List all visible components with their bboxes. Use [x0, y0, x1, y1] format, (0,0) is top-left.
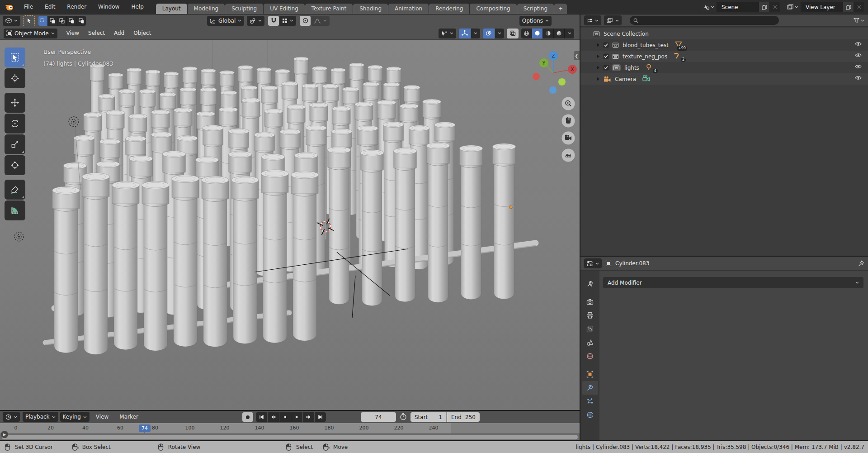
- proportional-editing-toggle[interactable]: [300, 16, 311, 26]
- tool-annotate-button[interactable]: [5, 180, 25, 200]
- hide-eye-icon[interactable]: [855, 53, 862, 57]
- show-overlays-toggle[interactable]: [483, 29, 495, 38]
- viewport-menu-view[interactable]: View: [62, 27, 84, 39]
- scene-new-copy-button[interactable]: [759, 2, 769, 12]
- workspace-tab-scripting[interactable]: Scripting: [517, 4, 554, 14]
- workspace-tab-sculpting[interactable]: Sculpting: [225, 4, 263, 14]
- visibility-eye-icon[interactable]: [855, 64, 862, 70]
- scene-unlink-button[interactable]: [769, 2, 780, 12]
- hide-eye-icon[interactable]: [855, 42, 862, 46]
- viewport-canvas[interactable]: ZYX User Perspective (74) lights | Cylin…: [0, 40, 580, 410]
- disclosure-triangle-icon[interactable]: [597, 66, 600, 70]
- timeline-menu-playback[interactable]: Playback: [23, 412, 58, 422]
- topbar-menu-help[interactable]: Help: [125, 0, 149, 14]
- sidebar-collapse-tab[interactable]: ❮: [574, 51, 580, 60]
- jump-to-start-button[interactable]: [256, 412, 267, 422]
- view-layer-selector[interactable]: View Layer: [785, 2, 864, 12]
- view-layer-remove-button[interactable]: [854, 2, 864, 12]
- shading-material-button[interactable]: [543, 29, 554, 38]
- properties-tab-output[interactable]: [582, 309, 598, 322]
- jump-to-end-button[interactable]: [315, 412, 326, 422]
- pivot-point-dropdown[interactable]: [247, 16, 264, 26]
- disclosure-triangle-icon[interactable]: [597, 54, 600, 58]
- topbar-menu-window[interactable]: Window: [92, 0, 125, 14]
- scene-icon[interactable]: [701, 2, 717, 12]
- properties-tab-object[interactable]: [582, 367, 598, 381]
- play-reverse-button[interactable]: [279, 412, 291, 422]
- outliner-row-lights[interactable]: lights4: [580, 62, 868, 73]
- object-visibility-dropdown[interactable]: [439, 29, 456, 38]
- properties-tab-particles[interactable]: [582, 395, 598, 408]
- topbar-menu-file[interactable]: File: [18, 0, 39, 14]
- topbar-menu-render[interactable]: Render: [61, 0, 92, 14]
- editor-type-timeline-button[interactable]: [3, 412, 20, 422]
- pin-icon[interactable]: [858, 260, 864, 267]
- visibility-eye-icon[interactable]: [855, 75, 862, 81]
- viewport-camera-button[interactable]: [562, 132, 575, 145]
- shading-solid-button[interactable]: [532, 29, 543, 38]
- active-tool-select-box-icon[interactable]: [23, 15, 35, 26]
- timeline-menu-keying[interactable]: Keying: [60, 412, 90, 422]
- tool-transform-button[interactable]: [5, 155, 25, 175]
- timeline-menu-view[interactable]: View: [91, 414, 113, 420]
- outliner-row-scene-collection[interactable]: Scene Collection: [580, 28, 868, 39]
- hide-eye-icon[interactable]: [855, 64, 862, 69]
- current-frame-badge[interactable]: 74: [139, 424, 151, 432]
- view-layer-icon[interactable]: [785, 2, 801, 12]
- checkbox-icon[interactable]: [603, 65, 609, 71]
- transform-orientation-dropdown[interactable]: Global: [207, 16, 244, 26]
- outliner-row-blood-tubes-test[interactable]: blood_tubes_test+99: [580, 39, 868, 51]
- scene-name[interactable]: Scene: [717, 4, 759, 10]
- viewport-ortho-grid-button[interactable]: [562, 149, 575, 162]
- viewport-menu-object[interactable]: Object: [129, 27, 156, 39]
- editor-type-outliner-button[interactable]: [584, 15, 601, 25]
- blender-logo-icon[interactable]: [0, 3, 18, 11]
- tool-measure-button[interactable]: [5, 200, 25, 220]
- hide-eye-icon[interactable]: [855, 76, 862, 80]
- workspace-tab-shading[interactable]: Shading: [353, 4, 388, 14]
- properties-tab-tool[interactable]: [582, 277, 598, 291]
- visibility-eye-icon[interactable]: [855, 41, 862, 48]
- snap-settings-dropdown[interactable]: [279, 16, 296, 26]
- editor-type-properties-button[interactable]: [584, 258, 602, 268]
- shading-wireframe-button[interactable]: [521, 29, 532, 38]
- outliner-search-input[interactable]: [630, 16, 779, 25]
- checkbox-icon[interactable]: [603, 53, 609, 59]
- select-mode-subtract-button[interactable]: [57, 16, 67, 26]
- timeline-scrollbar[interactable]: [2, 435, 578, 439]
- workspace-tab-animation[interactable]: Animation: [388, 4, 429, 14]
- options-dropdown[interactable]: Options: [519, 16, 552, 26]
- preview-range-icon[interactable]: [400, 413, 407, 422]
- shading-rendered-button[interactable]: [554, 29, 565, 38]
- mode-dropdown[interactable]: Object Mode: [4, 29, 57, 38]
- viewport-pan-button[interactable]: [562, 114, 575, 128]
- select-mode-invert-button[interactable]: [67, 16, 76, 26]
- outliner-filter-dropdown[interactable]: [854, 18, 864, 23]
- properties-tab-world[interactable]: [582, 349, 598, 363]
- select-mode-intersect-button[interactable]: [76, 16, 86, 26]
- checkbox-icon[interactable]: [603, 42, 609, 48]
- view-layer-name[interactable]: View Layer: [801, 4, 843, 10]
- viewport-menu-add[interactable]: Add: [109, 27, 129, 39]
- workspace-tab-rendering[interactable]: Rendering: [429, 4, 469, 14]
- current-frame-field[interactable]: 74: [361, 412, 396, 422]
- workspace-tab-compositing[interactable]: Compositing: [470, 4, 516, 14]
- properties-tab-view-layer[interactable]: [582, 322, 598, 336]
- viewport-zoom-button[interactable]: [562, 97, 575, 110]
- tool-rotate-button[interactable]: [5, 114, 25, 134]
- overlays-dropdown[interactable]: [495, 29, 504, 38]
- properties-tab-scene[interactable]: [582, 336, 598, 349]
- workspace-tab-texture-paint[interactable]: Texture Paint: [305, 4, 353, 14]
- workspace-tab-uv-editing[interactable]: UV Editing: [264, 4, 305, 14]
- view-layer-new-button[interactable]: [843, 2, 854, 12]
- shading-dropdown[interactable]: [565, 29, 574, 38]
- select-mode-extend-button[interactable]: [48, 16, 57, 26]
- proportional-falloff-dropdown[interactable]: [311, 16, 330, 26]
- tool-scale-button[interactable]: [5, 134, 25, 154]
- outliner-display-mode-dropdown[interactable]: [604, 15, 622, 25]
- scene-selector[interactable]: Scene: [701, 2, 780, 12]
- gizmo-dropdown[interactable]: [471, 29, 480, 38]
- properties-tab-modifiers[interactable]: [582, 381, 598, 395]
- editor-type-3dview-button[interactable]: [3, 16, 20, 26]
- auto-key-record-button[interactable]: [242, 412, 253, 422]
